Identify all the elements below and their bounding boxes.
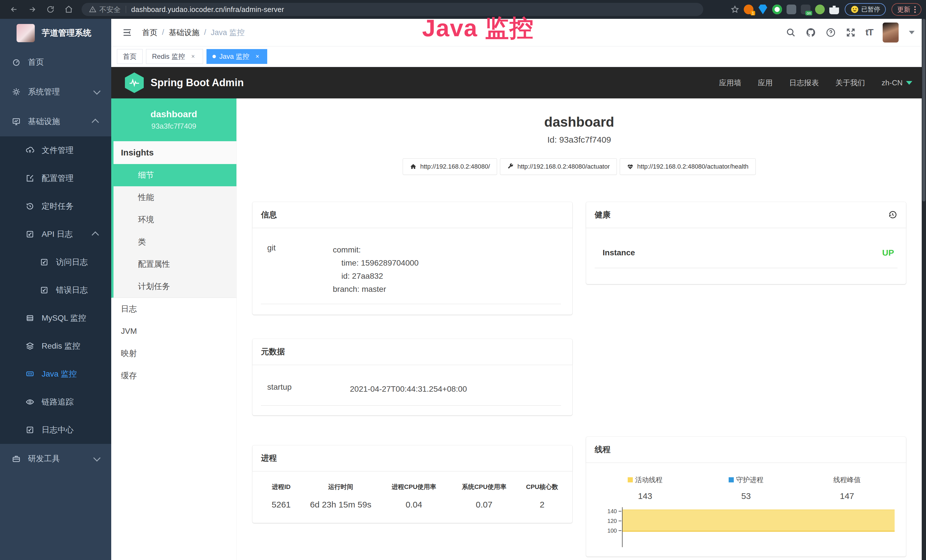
sidebar-item-error-logs[interactable]: 错误日志 — [0, 276, 111, 304]
sba-nav-journal[interactable]: 日志报表 — [789, 78, 819, 88]
extension-icon[interactable]: 1 — [744, 5, 754, 14]
legend-value: 143 — [595, 491, 696, 501]
fullscreen-icon[interactable] — [846, 27, 856, 38]
window-scrollbar[interactable] — [922, 19, 926, 560]
sidebar-item-devtools[interactable]: 研发工具 — [0, 444, 111, 474]
sidebar-item-config-management[interactable]: 配置管理 — [0, 164, 111, 192]
tick-mark — [619, 521, 622, 521]
sidebar-item-label: 定时任务 — [42, 201, 74, 212]
sidebar-item-infra[interactable]: 基础设施 — [0, 107, 111, 136]
tab-java-monitor[interactable]: Java 监控 × — [206, 49, 267, 64]
chrome-update-button[interactable]: 更新 — [891, 3, 921, 16]
close-icon[interactable]: × — [189, 53, 197, 61]
info-row-label: git — [267, 243, 333, 296]
profile-paused-chip[interactable]: 已暂停 — [845, 3, 886, 16]
sidebar-item-label: Redis 监控 — [42, 341, 80, 351]
active-dot — [212, 55, 216, 58]
app-logo[interactable]: 芋道管理系统 — [0, 19, 111, 47]
card-title: 信息 — [261, 209, 277, 220]
bookmark-star-icon[interactable] — [731, 5, 739, 14]
extensions-puzzle-icon[interactable] — [829, 5, 839, 14]
legend-label: 守护进程 — [736, 475, 763, 484]
log-edit-icon — [26, 425, 34, 434]
instance-header[interactable]: dashboard 93a3fc7f7409 — [111, 98, 236, 141]
column-value: 2 — [519, 500, 565, 510]
sba-nav-about[interactable]: 关于我们 — [835, 78, 865, 88]
sidebar-item-log-center[interactable]: 日志中心 — [0, 416, 111, 444]
sidebar-item-home[interactable]: 首页 — [0, 47, 111, 77]
font-size-icon[interactable]: tT — [865, 27, 873, 38]
user-avatar[interactable] — [883, 23, 899, 42]
sidebar-item-label: 错误日志 — [56, 285, 88, 295]
instance-name: dashboard — [151, 109, 197, 120]
chevron-down-icon — [93, 454, 100, 461]
breadcrumb-infra[interactable]: 基础设施 — [169, 27, 200, 38]
git-id-line: id: 27aa832 — [333, 269, 564, 283]
browser-back-icon[interactable] — [10, 5, 18, 14]
tab-home[interactable]: 首页 — [117, 49, 142, 64]
avatar-caret-icon[interactable] — [909, 31, 915, 34]
extension-icon[interactable]: on — [801, 5, 811, 14]
browser-reload-icon[interactable] — [46, 5, 55, 14]
service-url-button[interactable]: http://192.168.0.2:48080/ — [403, 158, 497, 175]
sidebar-item-label: 首页 — [28, 57, 44, 68]
sidebar-item-system[interactable]: 系统管理 — [0, 77, 111, 107]
tab-redis-monitor[interactable]: Redis 监控 × — [146, 49, 203, 64]
sba-item-caches[interactable]: 缓存 — [111, 365, 236, 387]
sba-item-details[interactable]: 细节 — [113, 164, 236, 186]
sba-item-classes[interactable]: 类 — [113, 231, 236, 253]
sba-item-environment[interactable]: 环境 — [113, 209, 236, 231]
sidebar-item-mysql-monitor[interactable]: MySQL 监控 — [0, 304, 111, 332]
column-value: 0.04 — [379, 500, 449, 510]
close-icon[interactable]: × — [253, 53, 261, 61]
cards-right-column: 健康 Instance UP — [586, 202, 906, 557]
update-label: 更新 — [897, 5, 910, 14]
extension-icon[interactable] — [815, 5, 825, 14]
process-column-system-cpu: 系统CPU使用率 0.07 — [449, 483, 519, 510]
sba-nav-applications[interactable]: 应用 — [758, 78, 773, 88]
browser-menu-icon[interactable] — [914, 6, 916, 13]
sidebar-item-api-logs[interactable]: API 日志 — [0, 220, 111, 248]
address-bar[interactable]: 不安全 dashboard.yudao.iocoder.cn/infra/adm… — [82, 3, 703, 16]
actuator-url-button[interactable]: http://192.168.0.2:48080/actuator — [500, 158, 617, 175]
legend-live-threads: 活动线程 143 — [595, 475, 696, 501]
github-icon[interactable] — [806, 27, 816, 38]
sidebar-item-scheduled-jobs[interactable]: 定时任务 — [0, 192, 111, 220]
breadcrumb: 首页 / 基础设施 / Java 监控 — [142, 27, 245, 38]
breadcrumb-home[interactable]: 首页 — [142, 27, 157, 38]
sba-item-scheduled-tasks[interactable]: 计划任务 — [113, 275, 236, 298]
sba-item-mappings[interactable]: 映射 — [111, 342, 236, 365]
browser-forward-icon[interactable] — [28, 5, 36, 14]
legend-label: 活动线程 — [635, 475, 663, 484]
sba-item-jvm[interactable]: JVM — [111, 320, 236, 342]
sba-navbar: Spring Boot Admin 应用墙 应用 日志报表 关于我们 zh-CN — [111, 67, 926, 98]
spring-boot-admin-logo[interactable] — [125, 73, 144, 93]
scrollbar-thumb[interactable] — [922, 19, 925, 201]
sidebar-item-redis-monitor[interactable]: Redis 监控 — [0, 332, 111, 360]
extension-icon[interactable] — [758, 5, 768, 14]
health-url-button[interactable]: http://192.168.0.2:48080/actuator/health — [620, 158, 755, 175]
database-icon — [26, 314, 34, 322]
extension-icon[interactable] — [787, 5, 796, 14]
help-circle-icon[interactable] — [826, 27, 836, 38]
locale-selector[interactable]: zh-CN — [882, 79, 912, 87]
app-title: 芋道管理系统 — [42, 27, 91, 39]
sidebar-item-access-logs[interactable]: 访问日志 — [0, 248, 111, 276]
search-icon[interactable] — [786, 27, 796, 38]
sidebar-item-tracing[interactable]: 链路追踪 — [0, 388, 111, 416]
threads-card: 线程 活动线程 143 — [586, 437, 906, 557]
sba-item-metrics[interactable]: 性能 — [113, 186, 236, 209]
sidebar-item-java-monitor[interactable]: Java 监控 — [0, 360, 111, 388]
browser-home-icon[interactable] — [65, 5, 73, 14]
extension-icon[interactable] — [772, 5, 782, 14]
insights-section-label: Insights — [113, 141, 236, 164]
locale-label: zh-CN — [882, 79, 903, 87]
app-logo-image — [17, 24, 35, 42]
sidebar-item-file-management[interactable]: 文件管理 — [0, 136, 111, 164]
sidebar-fold-icon[interactable] — [121, 28, 133, 37]
gear-icon — [12, 88, 21, 96]
sba-item-config-props[interactable]: 配置属性 — [113, 253, 236, 275]
sba-item-logging[interactable]: 日志 — [111, 298, 236, 320]
history-icon[interactable] — [888, 210, 897, 219]
sba-nav-wallboard[interactable]: 应用墙 — [719, 78, 741, 88]
